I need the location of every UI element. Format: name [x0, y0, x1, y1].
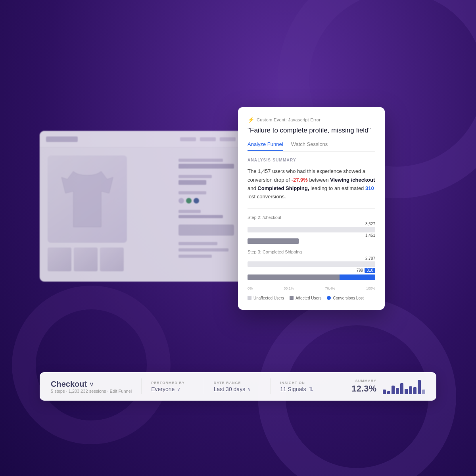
- performed-by-label: PERFORMED BY: [151, 381, 185, 385]
- analysis-step1: Viewing /checkout: [330, 177, 375, 183]
- performed-by-value: Everyone: [151, 386, 175, 392]
- legend-conversions-lost: Conversions Lost: [327, 296, 363, 300]
- description-line-1: [178, 242, 217, 245]
- step2-bar-full: [248, 227, 375, 232]
- date-range-value: Last 30 days: [214, 386, 245, 392]
- analysis-mid1: between: [308, 177, 330, 183]
- tab-analyze-funnel[interactable]: Analyze Funnel: [248, 141, 283, 151]
- performed-by-value-row[interactable]: Everyone ∨: [151, 386, 185, 392]
- website-logo: [46, 136, 78, 142]
- color-options: [178, 198, 234, 203]
- date-range-field: DATE RANGE Last 30 days ∨: [214, 381, 251, 392]
- toolbar-divider-2: [204, 378, 204, 394]
- checkout-section: Checkout ∨ 5 steps · 1,203,232 sessions …: [51, 380, 132, 393]
- toolbar-right: SUMMARY 12.3%: [352, 378, 425, 394]
- axis-end: 100%: [366, 286, 375, 290]
- bottom-toolbar: Checkout ∨ 5 steps · 1,203,232 sessions …: [40, 372, 436, 401]
- mini-bar-4: [396, 388, 399, 394]
- product-images: [48, 155, 172, 274]
- analysis-suffix2: lost conversions.: [248, 194, 286, 200]
- mini-bar-5: [400, 383, 403, 394]
- performed-by-chevron-icon: ∨: [177, 386, 180, 392]
- product-value-1: [178, 164, 234, 169]
- event-type-label: Custom Event: Javascript Error: [257, 117, 321, 122]
- tabs-row: Analyze Funnel Watch Sessions: [248, 141, 375, 152]
- step3-section: Step 3: Completed Shipping 2,787 799 310: [248, 250, 375, 281]
- step2-section: Step 2: /checkout 3,627 1,451: [248, 215, 375, 244]
- website-screenshot: [40, 131, 242, 282]
- thumb-2: [74, 248, 98, 271]
- toolbar-divider-3: [270, 378, 271, 394]
- website-nav: [180, 137, 236, 141]
- bolt-icon: ⚡: [248, 117, 254, 123]
- tab-watch-sessions[interactable]: Watch Sessions: [291, 141, 328, 151]
- product-price-section: [178, 175, 234, 185]
- performed-by-field: PERFORMED BY Everyone ∨: [151, 381, 185, 392]
- step2-affected-value: 1,451: [248, 233, 375, 238]
- product-name-section: [178, 159, 234, 169]
- legend-affected-label: Affected Users: [296, 296, 321, 300]
- main-product-image: [48, 155, 127, 243]
- axis-mid1: 55.1%: [284, 286, 294, 290]
- analysis-section-title: ANALYSIS SUMMARY: [248, 158, 375, 162]
- legend-row: Unaffected Users Affected Users Conversi…: [248, 296, 375, 300]
- step3-bar-blue: [340, 274, 375, 280]
- mini-chart: [383, 378, 425, 394]
- checkout-chevron-icon[interactable]: ∨: [89, 380, 94, 388]
- step3-label: Step 3: Completed Shipping: [248, 250, 375, 254]
- price-value: [178, 180, 206, 185]
- legend-conversions-label: Conversions Lost: [333, 296, 363, 300]
- filter-icon: ⇅: [309, 386, 313, 392]
- color-dot-1: [178, 198, 184, 203]
- summary-value: 12.3%: [352, 384, 376, 394]
- toolbar-sub-text: 5 steps · 1,203,232 sessions · Edit Funn…: [51, 389, 132, 393]
- event-header: ⚡ Custom Event: Javascript Error: [248, 117, 375, 123]
- analysis-text: The 1,457 users who had this experience …: [248, 167, 375, 201]
- step3-blue-value: 310: [365, 268, 375, 273]
- summary-label: SUMMARY: [355, 379, 376, 383]
- mini-bar-6: [405, 389, 408, 394]
- legend-affected-icon: [290, 296, 294, 300]
- website-header: [40, 131, 242, 148]
- insight-on-value: 11 Signals: [280, 386, 306, 392]
- toolbar-divider-1: [141, 378, 142, 394]
- nav-item-2: [200, 137, 216, 141]
- analysis-step2: Completed Shipping,: [257, 185, 309, 191]
- size-section: [178, 210, 234, 218]
- event-title: "Failure to complete profile, missing fi…: [248, 126, 375, 135]
- mini-bar-2: [387, 391, 390, 394]
- add-to-cart-mock: [178, 225, 234, 236]
- insight-on-label: INSIGHT ON: [280, 381, 313, 385]
- color-label: [178, 191, 206, 194]
- date-range-label: DATE RANGE: [214, 381, 251, 385]
- mini-bar-3: [392, 386, 395, 394]
- axis-mid2: 76.4%: [325, 286, 335, 290]
- step3-full-value: 2,787: [248, 256, 375, 261]
- tshirt-svg: [60, 163, 115, 235]
- description-line-2: [178, 248, 228, 251]
- mini-bar-9: [418, 380, 421, 394]
- insight-on-field: INSIGHT ON 11 Signals ⇅: [280, 381, 313, 392]
- step2-bar-affected: [248, 238, 299, 244]
- legend-conversions-icon: [327, 296, 331, 300]
- date-range-value-row[interactable]: Last 30 days ∨: [214, 386, 251, 392]
- step3-gray-value: 799: [357, 268, 363, 273]
- insight-on-value-row[interactable]: 11 Signals ⇅: [280, 386, 313, 392]
- axis-row: 0% 55.1% 76.4% 100%: [248, 286, 375, 290]
- step3-bar-combined: [248, 274, 375, 280]
- step3-bar-full: [248, 261, 375, 267]
- step3-bar-gray: [248, 274, 340, 280]
- date-range-chevron-icon: ∨: [248, 386, 251, 392]
- thumbnail-images: [48, 248, 172, 271]
- analysis-lost: 310: [365, 185, 374, 191]
- legend-unaffected-icon: [248, 296, 251, 300]
- product-label-1: [178, 159, 223, 162]
- main-content: ⚡ Custom Event: Javascript Error "Failur…: [40, 131, 436, 337]
- analysis-drop-value: -27.9%: [292, 177, 308, 183]
- mini-bar-8: [413, 387, 416, 394]
- thumb-3: [100, 248, 124, 271]
- size-value: [178, 215, 223, 218]
- website-body: [40, 148, 242, 282]
- nav-item-1: [180, 137, 196, 141]
- mini-bar-1: [383, 390, 386, 394]
